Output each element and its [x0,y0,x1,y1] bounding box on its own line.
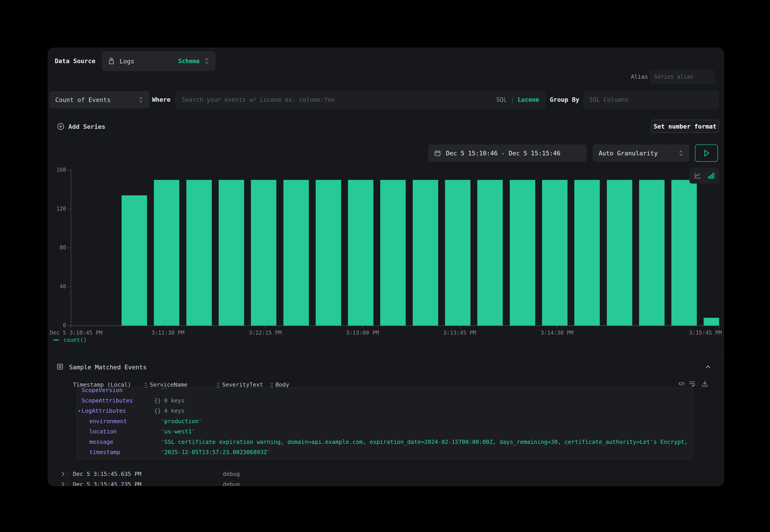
updown-icon [138,96,143,103]
wrap-text-icon[interactable] [688,380,696,387]
updown-icon [678,149,683,157]
bar [251,180,276,326]
column-header-timestamp-local-[interactable]: Timestamp (Local) [73,381,131,388]
group-by-label: Group By [550,96,579,103]
search-input[interactable] [181,96,496,103]
x-tick [265,326,265,328]
json-row[interactable]: environment"production" [77,417,693,425]
x-tick [460,326,460,328]
sql-toggle[interactable]: SQL [496,96,507,103]
datasource-select[interactable]: Logs Schema [102,51,215,71]
x-tick [168,326,168,328]
column-header-body[interactable]: Body [275,381,289,388]
collapse-chevron-icon[interactable] [705,364,711,370]
braces-icon: {} [154,397,161,404]
row-divider [67,470,67,477]
json-key: location [89,428,117,435]
bar [607,180,632,326]
granularity-value: Auto Granularity [599,150,678,157]
aggregation-select[interactable]: Count of Events [49,91,149,108]
language-divider: | [511,96,514,103]
json-row[interactable]: ScopeAttributes{}0 keys [77,397,693,404]
x-tick [719,326,719,328]
add-series-label: Add Series [68,123,105,130]
json-value: "SSL certificate expiration warning, dom… [154,439,688,445]
bar [283,180,309,326]
legend: count() [53,337,87,343]
bar [445,180,471,326]
bar [704,318,719,326]
lucene-toggle[interactable]: Lucene [518,96,539,103]
braces-icon: {} [154,408,161,414]
bar [477,180,503,326]
y-tick [68,248,71,248]
json-row[interactable]: ScopeVersion"" [77,388,693,394]
x-tick [70,326,71,328]
caret-down-icon[interactable]: ▾ [78,408,81,414]
chart-bars [71,170,719,326]
event-timestamp: Dec 5 3:15:45.635 PM [73,471,141,477]
x-tick-label: Dec 5 3:10:45 PM [50,330,102,336]
expand-chevron-icon[interactable] [61,482,65,486]
row-divider [67,481,67,486]
bar [186,180,212,326]
run-query-button[interactable] [695,144,718,162]
updown-icon [204,57,209,65]
y-tick [68,170,71,170]
granularity-select[interactable]: Auto Granularity [593,144,689,162]
json-value: {}0 keys [154,397,184,404]
event-severity: debug [223,471,240,477]
alias-input[interactable] [650,70,715,83]
event-timestamp: Dec 5 3:15:45.235 PM [73,481,141,486]
x-tick-label: 3:15:45 PM [689,330,722,336]
calendar-icon [434,150,441,157]
schema-link[interactable]: Schema [178,58,199,65]
bar [348,180,373,326]
expand-chevron-icon[interactable] [61,471,65,477]
download-icon[interactable] [701,380,708,387]
bar-chart-icon[interactable] [708,172,715,179]
json-row[interactable]: message"SSL certificate expiration warni… [77,438,693,446]
bar [219,180,244,326]
y-tick [68,325,71,326]
json-key: LogAttributes [82,408,126,414]
y-tick [68,286,71,287]
bar [542,180,568,326]
group-by-input-box [583,91,719,108]
x-tick-label: 3:14:30 PM [541,330,574,336]
json-row[interactable]: timestamp"2025-12-05T13:57:23.082306893Z… [77,448,693,456]
bar [671,180,697,326]
y-tick [68,209,71,209]
legend-swatch [53,340,59,341]
column-header-servicename[interactable]: ServiceName [150,381,187,388]
bar [574,180,600,326]
column-header-severitytext[interactable]: SeverityText [222,381,263,388]
y-tick-label: 0 [52,322,66,328]
json-key: ScopeAttributes [82,397,133,404]
bar [639,180,665,326]
add-series-button[interactable]: Add Series [57,123,105,130]
chart-type-toggle[interactable] [689,168,719,184]
events-title: Sample Matched Events [69,364,147,371]
json-key: ScopeVersion [82,388,123,393]
date-range-picker[interactable]: Dec 5 15:10:46 - Dec 5 15:15:46 [428,144,587,162]
event-row[interactable]: Dec 5 3:15:45.235 PMdebug [48,479,724,486]
json-value: {}4 keys [154,408,184,414]
json-row[interactable]: ▾LogAttributes{}4 keys [77,407,693,415]
set-number-format-button[interactable]: Set number format [651,120,719,133]
json-row[interactable]: location"us-west1" [77,428,693,435]
expanded-row-json: ScopeVersion""ScopeAttributes{}0 keys▾Lo… [76,388,693,459]
x-tick [557,326,557,328]
code-icon[interactable] [678,380,685,387]
x-tick-label: 3:11:30 PM [152,330,184,336]
event-row[interactable]: Dec 5 3:15:45.635 PMdebug [48,469,724,479]
json-key: environment [89,418,127,425]
bar [510,180,535,326]
query-builder-panel: Data Source Logs Schema Alias Count of E… [48,48,724,486]
group-by-input[interactable] [589,96,713,103]
line-chart-icon[interactable] [694,172,702,179]
legend-label: count() [64,337,87,343]
json-key: timestamp [89,449,120,455]
x-tick-label: 3:13:45 PM [444,330,476,336]
bar [413,180,438,326]
